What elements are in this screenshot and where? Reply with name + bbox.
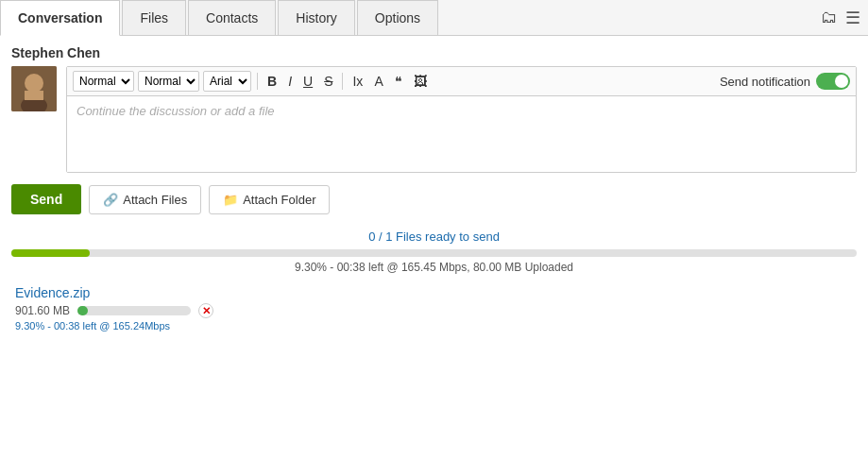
editor-placeholder: Continue the discussion or add a file <box>77 104 275 118</box>
editor-wrapper: Normal Normal Arial B I U S Ix A ❝ <box>66 66 857 173</box>
compose-area: Normal Normal Arial B I U S Ix A ❝ <box>11 66 857 173</box>
file-progress-bar <box>77 306 191 315</box>
tab-files[interactable]: Files <box>122 0 186 35</box>
paperclip-icon: 🔗 <box>103 193 118 207</box>
svg-point-1 <box>25 74 43 93</box>
clear-format-button[interactable]: Ix <box>349 72 366 91</box>
toolbar-separator-1 <box>257 73 258 90</box>
overall-progress-bar <box>11 249 857 257</box>
tab-bar: Conversation Files Contacts History Opti… <box>0 0 868 36</box>
send-notification-area: Send notification <box>720 73 850 90</box>
case-icon[interactable]: 🗂 <box>821 8 838 27</box>
send-notification-label: Send notification <box>720 75 810 89</box>
file-detail-text: 9.30% - 00:38 left @ 165.24Mbps <box>15 320 857 332</box>
attach-files-label: Attach Files <box>123 193 187 207</box>
toolbar-separator-2 <box>342 73 343 90</box>
bold-button[interactable]: B <box>264 72 281 91</box>
tab-contacts[interactable]: Contacts <box>188 0 276 35</box>
action-row: Send 🔗 Attach Files 📁 Attach Folder <box>11 184 857 214</box>
send-button[interactable]: Send <box>11 184 81 214</box>
file-status: 0 / 1 Files ready to send 9.30% - 00:38 … <box>11 230 857 274</box>
font-select[interactable]: Arial <box>203 71 251 92</box>
upload-detail-text: 9.30% - 00:38 left @ 165.45 Mbps, 80.00 … <box>11 261 857 274</box>
quote-button[interactable]: ❝ <box>391 72 406 91</box>
file-item: Evidence.zip 901.60 MB ✕ 9.30% - 00:38 l… <box>11 285 857 332</box>
strikethrough-button[interactable]: S <box>320 72 336 91</box>
underline-button[interactable]: U <box>299 72 316 91</box>
style-select-1[interactable]: Normal <box>73 71 134 92</box>
tab-history[interactable]: History <box>278 0 355 35</box>
files-ready-text: 0 / 1 Files ready to send <box>11 230 857 244</box>
file-name-link[interactable]: Evidence.zip <box>15 285 857 300</box>
tab-conversation[interactable]: Conversation <box>0 0 120 36</box>
editor-body[interactable]: Continue the discussion or add a file <box>67 96 856 172</box>
menu-icon[interactable]: ☰ <box>845 8 860 28</box>
avatar-image <box>11 66 57 111</box>
overall-progress-fill <box>11 249 90 257</box>
folder-icon: 📁 <box>223 193 238 207</box>
toolbar: Normal Normal Arial B I U S Ix A ❝ <box>67 67 856 96</box>
main-content: Stephen Chen Normal <box>0 36 868 341</box>
file-row: 901.60 MB ✕ <box>15 303 857 318</box>
file-size-label: 901.60 MB <box>15 304 70 317</box>
image-button[interactable]: 🖼 <box>410 72 431 91</box>
avatar <box>11 66 57 111</box>
font-color-button[interactable]: A <box>370 72 386 91</box>
italic-button[interactable]: I <box>284 72 296 91</box>
attach-folder-button[interactable]: 📁 Attach Folder <box>209 185 330 214</box>
svg-rect-3 <box>25 91 43 100</box>
attach-files-button[interactable]: 🔗 Attach Files <box>89 185 201 214</box>
attach-folder-label: Attach Folder <box>243 193 315 207</box>
file-progress-fill <box>77 306 88 315</box>
tab-options[interactable]: Options <box>357 0 438 35</box>
send-notification-toggle[interactable] <box>816 73 850 90</box>
style-select-2[interactable]: Normal <box>138 71 199 92</box>
user-name: Stephen Chen <box>11 45 857 60</box>
file-cancel-button[interactable]: ✕ <box>198 303 213 318</box>
